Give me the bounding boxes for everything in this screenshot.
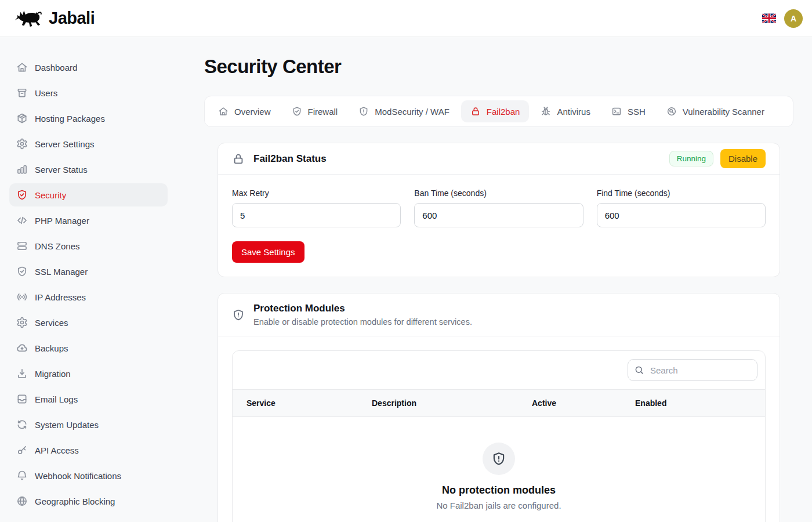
inbox-icon — [16, 393, 28, 405]
sidebar-item-webhook-notifications[interactable]: Webhook Notifications — [9, 464, 168, 487]
column-header-active: Active — [518, 390, 621, 416]
search-box — [628, 359, 757, 381]
save-settings-button[interactable]: Save Settings — [232, 241, 304, 263]
sidebar-item-backups[interactable]: Backups — [9, 336, 168, 360]
sidebar-item-services[interactable]: Services — [9, 311, 168, 334]
sidebar-item-system-updates[interactable]: System Updates — [9, 413, 168, 436]
globe-icon — [16, 495, 28, 507]
max-retry-label: Max Retry — [232, 188, 401, 198]
main-content: Security Center Overview Firewall ModSec… — [177, 37, 812, 522]
bar-chart-icon — [16, 164, 28, 175]
code-icon — [16, 215, 28, 226]
radio-icon — [16, 291, 28, 303]
max-retry-input[interactable] — [232, 203, 401, 227]
key-icon — [16, 444, 28, 456]
protection-modules-card: Protection Modules Enable or disable pro… — [217, 293, 780, 522]
fail2ban-status-card-header: Fail2ban Status Running Disable — [218, 143, 780, 175]
column-header-enabled: Enabled — [621, 390, 765, 416]
bell-icon — [16, 470, 28, 481]
empty-state-title: No protection modules — [233, 484, 765, 496]
sidebar-item-api-access[interactable]: API Access — [9, 438, 168, 462]
boar-logo-icon — [14, 8, 44, 30]
lock-icon — [470, 106, 481, 117]
bug-icon — [541, 106, 551, 117]
app-header: Jabali A — [0, 0, 812, 37]
download-icon — [16, 368, 28, 379]
refresh-icon — [16, 419, 28, 430]
shield-alert-icon — [358, 106, 369, 117]
find-time-label: Find Time (seconds) — [597, 188, 766, 198]
ban-time-label: Ban Time (seconds) — [414, 188, 583, 198]
sidebar-item-email-logs[interactable]: Email Logs — [9, 387, 168, 411]
column-header-service: Service — [233, 390, 358, 416]
sidebar-item-php-manager[interactable]: PHP Manager — [9, 209, 168, 232]
lock-icon — [232, 153, 245, 165]
sidebar-item-dns-zones[interactable]: DNS Zones — [9, 234, 168, 258]
home-icon — [16, 61, 28, 73]
brand-logo[interactable]: Jabali — [14, 8, 95, 30]
gear-icon — [16, 317, 28, 328]
search-input[interactable] — [628, 359, 757, 381]
tab-overview[interactable]: Overview — [209, 100, 280, 122]
shield-check-icon — [16, 189, 28, 201]
tab-firewall[interactable]: Firewall — [282, 100, 347, 122]
sidebar-item-geographic-blocking[interactable]: Geographic Blocking — [9, 490, 168, 513]
shield-check-icon — [16, 266, 28, 277]
table-toolbar — [233, 351, 765, 389]
gear-icon — [16, 138, 28, 150]
sidebar-nav: Dashboard Users Hosting Packages Server … — [0, 37, 177, 522]
table-header-row: Service Description Active Enabled — [233, 389, 765, 417]
search-icon — [634, 365, 644, 375]
tab-antivirus[interactable]: Antivirus — [531, 100, 600, 122]
sidebar-item-migration[interactable]: Migration — [9, 362, 168, 385]
shield-alert-icon — [491, 451, 506, 466]
running-status-badge: Running — [669, 151, 713, 166]
protection-modules-subtitle: Enable or disable protection modules for… — [253, 317, 472, 327]
package-icon — [16, 113, 28, 124]
sidebar-item-ip-addresses[interactable]: IP Addresses — [9, 285, 168, 309]
tab-ssh[interactable]: SSH — [602, 100, 655, 122]
server-icon — [16, 240, 28, 252]
protection-modules-table: Service Description Active Enabled No pr… — [232, 350, 766, 522]
shield-check-icon — [292, 106, 302, 117]
tab-modsecurity-waf[interactable]: ModSecurity / WAF — [349, 100, 459, 122]
sidebar-item-dashboard[interactable]: Dashboard — [9, 56, 168, 79]
ban-time-input[interactable] — [414, 203, 583, 227]
sidebar-item-ssl-manager[interactable]: SSL Manager — [9, 260, 168, 283]
security-tabbar: Overview Firewall ModSecurity / WAF Fail… — [204, 96, 793, 127]
find-time-input[interactable] — [597, 203, 766, 227]
terminal-icon — [611, 106, 622, 117]
scan-search-icon — [666, 106, 677, 117]
disable-button[interactable]: Disable — [720, 149, 766, 168]
column-header-description: Description — [358, 390, 518, 416]
tab-vulnerability-scanner[interactable]: Vulnerability Scanner — [657, 100, 774, 122]
sidebar-item-hosting-packages[interactable]: Hosting Packages — [9, 107, 168, 130]
tab-fail2ban[interactable]: Fail2ban — [461, 100, 530, 122]
empty-state: No protection modules No Fail2ban jails … — [233, 417, 765, 522]
fail2ban-status-card: Fail2ban Status Running Disable Max Retr… — [217, 143, 780, 277]
home-icon — [218, 106, 229, 117]
sidebar-item-server-settings[interactable]: Server Settings — [9, 132, 168, 155]
sidebar-item-security[interactable]: Security — [9, 183, 168, 206]
uk-flag-icon[interactable] — [762, 13, 776, 23]
page-title: Security Center — [204, 56, 793, 78]
protection-modules-header: Protection Modules Enable or disable pro… — [218, 293, 780, 336]
protection-modules-title: Protection Modules — [253, 303, 472, 314]
sidebar-item-server-status[interactable]: Server Status — [9, 158, 168, 181]
sidebar-item-users[interactable]: Users — [9, 81, 168, 104]
brand-name: Jabali — [49, 9, 95, 28]
archive-icon — [16, 87, 28, 99]
fail2ban-status-title: Fail2ban Status — [253, 153, 327, 165]
empty-state-subtitle: No Fail2ban jails are configured. — [233, 501, 765, 510]
shield-alert-icon — [232, 309, 245, 321]
cloud-upload-icon — [16, 342, 28, 354]
user-avatar[interactable]: A — [784, 9, 803, 28]
